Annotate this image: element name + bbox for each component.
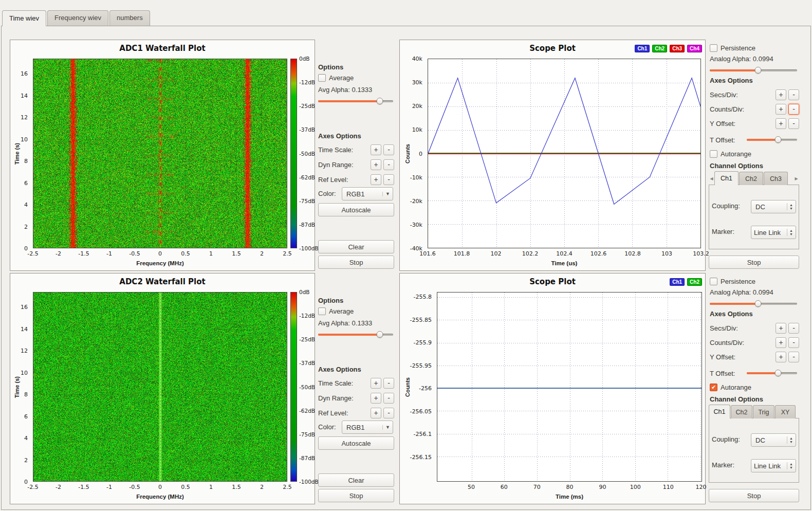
adc2-waterfall-title: ADC2 Waterfall Plot — [10, 277, 315, 286]
analog-alpha-slider[interactable] — [710, 66, 797, 74]
counts-div-minus-button[interactable]: - — [788, 104, 799, 115]
y-offset-plus-button[interactable]: + — [776, 118, 786, 129]
coupling-dropdown[interactable]: DC ▲▼ — [751, 200, 796, 213]
y-offset-plus-button[interactable]: + — [776, 352, 786, 362]
counts-div-row: Counts/Div: + - — [710, 103, 799, 115]
autorange-checkbox[interactable] — [710, 384, 717, 391]
t-offset-slider[interactable] — [747, 369, 797, 377]
axes-options-header: Axes Options — [318, 366, 361, 373]
scope1-canvas[interactable] — [428, 59, 700, 248]
stop-button[interactable]: Stop — [709, 489, 799, 502]
ytick-label: 14 — [21, 325, 28, 332]
analog-alpha-slider[interactable] — [710, 300, 797, 307]
colorbar-tick-label: -87dB — [299, 455, 315, 461]
slider-knob[interactable] — [376, 98, 383, 104]
adc2-waterfall-canvas[interactable] — [33, 293, 287, 481]
t-offset-slider[interactable] — [747, 136, 797, 143]
channel-tab-trig[interactable]: Trig — [753, 405, 774, 418]
channel-tab-ch1[interactable]: Ch1 — [709, 405, 730, 418]
legend-channel-badge[interactable]: Ch1 — [670, 278, 685, 286]
dyn-range-minus-button[interactable]: - — [383, 159, 394, 170]
ytick-label: -255.85 — [410, 316, 432, 323]
avg-alpha-slider[interactable] — [318, 331, 393, 338]
tab-time-view[interactable]: Time wiev — [2, 10, 46, 26]
y-offset-row: Y Offset: + - — [710, 118, 799, 129]
scope2-x-ticks: 5060708090100110120 — [471, 484, 701, 491]
ref-level-label: Ref Level: — [318, 176, 368, 184]
tab-numbers[interactable]: numbers — [109, 10, 150, 26]
channel-tab-ch2[interactable]: Ch2 — [731, 405, 752, 418]
slider-knob[interactable] — [754, 67, 761, 74]
y-offset-minus-button[interactable]: - — [788, 352, 799, 362]
channel-tab-xy[interactable]: XY — [775, 405, 796, 418]
avg-alpha-slider[interactable] — [318, 97, 393, 105]
spinner-arrows-icon: ▲▼ — [787, 229, 793, 236]
ref-level-plus-button[interactable]: + — [371, 408, 381, 418]
time-scale-plus-button[interactable]: + — [371, 378, 381, 389]
time-scale-plus-button[interactable]: + — [371, 144, 381, 155]
marker-dropdown[interactable]: Line Link ▲▼ — [751, 459, 796, 472]
slider-knob[interactable] — [774, 370, 781, 376]
autorange-checkbox[interactable] — [710, 150, 717, 158]
y-offset-minus-button[interactable]: - — [788, 118, 799, 129]
dyn-range-plus-button[interactable]: + — [371, 159, 381, 170]
analog-alpha-label: Analog Alpha: 0.0994 — [710, 288, 799, 296]
legend-channel-badge[interactable]: Ch2 — [652, 45, 667, 52]
adc1-waterfall-panel: ADC1 Waterfall Plot Time (s) 16141210864… — [10, 40, 315, 271]
xtick-label: 2.5 — [283, 484, 292, 490]
scope2-canvas[interactable] — [437, 293, 702, 481]
clear-button[interactable]: Clear — [318, 240, 394, 253]
xtick-label: -1.5 — [78, 484, 89, 490]
marker-dropdown[interactable]: Line Link ▲▼ — [751, 226, 796, 239]
average-checkbox[interactable] — [318, 74, 326, 82]
time-scale-minus-button[interactable]: - — [383, 378, 394, 389]
tab-frequency-view[interactable]: Frequency wiev — [47, 10, 108, 26]
slider-knob[interactable] — [376, 331, 383, 338]
ref-level-minus-button[interactable]: - — [383, 408, 394, 418]
ref-level-plus-button[interactable]: + — [371, 174, 381, 185]
stop-button[interactable]: Stop — [318, 489, 394, 502]
dyn-range-minus-button[interactable]: - — [383, 393, 394, 404]
chevron-down-icon: ▼ — [382, 192, 390, 196]
average-checkbox[interactable] — [318, 307, 326, 315]
ytick-label: 2 — [24, 223, 28, 230]
dyn-range-plus-button[interactable]: + — [371, 393, 381, 404]
adc1-waterfall-canvas[interactable] — [33, 59, 287, 248]
secs-div-row: Secs/Div: + - — [710, 89, 799, 100]
legend-channel-badge[interactable]: Ch3 — [670, 45, 685, 52]
coupling-dropdown[interactable]: DC ▲▼ — [751, 433, 796, 447]
color-dropdown[interactable]: RGB1 ▼ — [342, 187, 393, 200]
secs-div-minus-button[interactable]: - — [788, 323, 799, 334]
legend-channel-badge[interactable]: Ch4 — [687, 45, 702, 52]
tab-scroll-left-icon[interactable]: ◀ — [709, 172, 714, 185]
counts-div-minus-button[interactable]: - — [788, 337, 799, 348]
legend-channel-badge[interactable]: Ch2 — [687, 278, 702, 286]
stop-button[interactable]: Stop — [318, 256, 394, 269]
channel-tab-ch2[interactable]: Ch2 — [739, 172, 763, 185]
secs-div-minus-button[interactable]: - — [788, 89, 799, 100]
legend-channel-badge[interactable]: Ch1 — [635, 45, 650, 52]
xtick-label: 120 — [696, 484, 707, 490]
marker-dropdown-value: Line Link — [754, 229, 785, 236]
ytick-label: 10k — [412, 126, 422, 133]
counts-div-plus-button[interactable]: + — [776, 337, 786, 348]
autoscale-button[interactable]: Autoscale — [318, 436, 394, 450]
channel-tab-ch1[interactable]: Ch1 — [714, 171, 739, 185]
slider-knob[interactable] — [754, 300, 761, 307]
tab-scroll-right-icon[interactable]: ▶ — [793, 172, 799, 185]
secs-div-plus-button[interactable]: + — [776, 323, 786, 334]
color-dropdown[interactable]: RGB1 ▼ — [342, 421, 393, 434]
persistence-checkbox[interactable] — [710, 278, 717, 285]
average-row: Average — [318, 74, 354, 82]
clear-button[interactable]: Clear — [318, 473, 394, 487]
color-dropdown-value: RGB1 — [346, 424, 380, 431]
slider-knob[interactable] — [774, 136, 781, 143]
ref-level-minus-button[interactable]: - — [383, 174, 394, 185]
time-scale-minus-button[interactable]: - — [383, 144, 394, 155]
persistence-checkbox[interactable] — [710, 44, 717, 52]
secs-div-plus-button[interactable]: + — [776, 89, 786, 100]
counts-div-plus-button[interactable]: + — [776, 104, 786, 115]
stop-button[interactable]: Stop — [709, 256, 799, 269]
autoscale-button[interactable]: Autoscale — [318, 203, 394, 216]
channel-tab-ch3[interactable]: Ch3 — [764, 172, 788, 185]
